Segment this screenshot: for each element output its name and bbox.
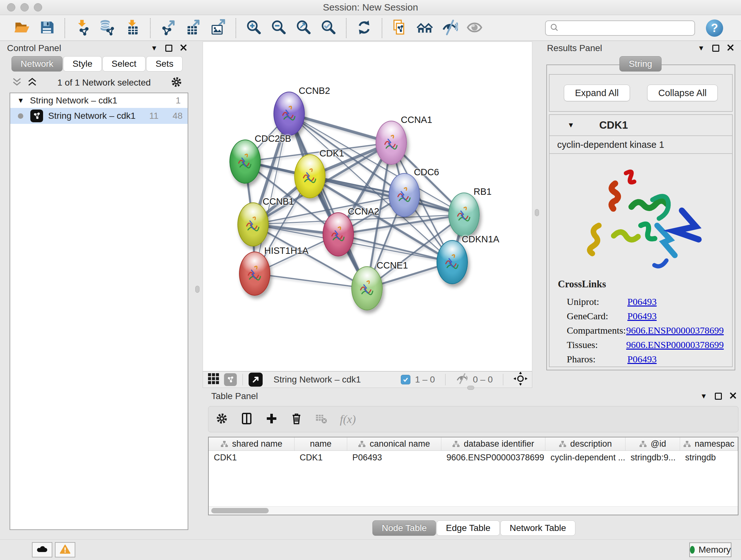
- network-collection-row[interactable]: ▼ String Network – cdk1 1: [10, 93, 188, 108]
- cell-namespace[interactable]: stringdb: [680, 451, 738, 464]
- tab-style[interactable]: Style: [63, 56, 102, 71]
- collapse-all-networks-button[interactable]: [11, 77, 22, 88]
- expand-all-networks-button[interactable]: [27, 77, 38, 88]
- network-node-CCNA2[interactable]: [323, 212, 354, 256]
- column-header[interactable]: shared name: [209, 437, 294, 450]
- cell-database-identifier[interactable]: 9606.ENSP00000378699: [441, 451, 545, 464]
- network-node-CDK1[interactable]: [294, 154, 326, 198]
- selected-nodes-checkbox[interactable]: [401, 375, 410, 384]
- tab-select[interactable]: Select: [103, 56, 146, 71]
- column-header[interactable]: name: [294, 437, 347, 450]
- bottom-splitter-handle[interactable]: [467, 386, 474, 390]
- tab-node-table[interactable]: Node Table: [373, 520, 436, 536]
- string-home-button[interactable]: [415, 19, 434, 37]
- toolbar-search[interactable]: [545, 20, 695, 36]
- export-network-button[interactable]: [159, 19, 178, 37]
- network-node-RB1[interactable]: [448, 192, 480, 237]
- cell-name[interactable]: CDK1: [294, 451, 347, 464]
- cell-canonical-name[interactable]: P06493: [347, 451, 441, 464]
- column-header[interactable]: canonical name: [347, 437, 441, 450]
- import-network-database-button[interactable]: [98, 19, 117, 37]
- network-node-CCNE1[interactable]: [351, 266, 383, 310]
- column-header[interactable]: description: [545, 437, 625, 450]
- cell-id[interactable]: stringdb:9...: [625, 451, 680, 464]
- import-network-file-button[interactable]: [73, 19, 92, 37]
- gene-expander-icon[interactable]: ▼: [567, 122, 575, 129]
- zoom-fit-button[interactable]: [294, 19, 313, 37]
- zoom-in-button[interactable]: [245, 19, 263, 37]
- show-glass-effect-button[interactable]: [465, 19, 484, 37]
- tab-network-table[interactable]: Network Table: [500, 520, 576, 536]
- open-session-button[interactable]: [13, 19, 31, 37]
- collapse-all-button[interactable]: Collapse All: [647, 84, 718, 101]
- close-panel-button[interactable]: [180, 44, 187, 52]
- import-table-file-button[interactable]: [123, 19, 142, 37]
- string-protein-query-button[interactable]: [391, 19, 409, 37]
- detach-view-icon[interactable]: [224, 373, 237, 386]
- save-session-button[interactable]: [38, 19, 56, 37]
- tab-network[interactable]: Network: [11, 56, 63, 71]
- cell-description[interactable]: cyclin-dependent ...: [545, 451, 625, 464]
- network-row-selected[interactable]: String Network – cdk1 11 48: [10, 108, 188, 124]
- scrollbar-thumb[interactable]: [211, 508, 269, 513]
- network-edge[interactable]: [289, 114, 367, 288]
- network-edge[interactable]: [255, 273, 367, 288]
- warnings-button[interactable]: [55, 542, 75, 557]
- float-panel-button[interactable]: ▼: [700, 393, 707, 400]
- maximize-panel-button[interactable]: [715, 393, 722, 400]
- zoom-out-button[interactable]: [269, 19, 288, 37]
- column-header[interactable]: @id: [625, 437, 680, 450]
- genecard-link[interactable]: P06493: [627, 311, 657, 321]
- float-panel-button[interactable]: ▼: [697, 45, 704, 52]
- tab-sets[interactable]: Sets: [146, 56, 183, 71]
- table-row[interactable]: CDK1 CDK1 P06493 9606.ENSP00000378699 cy…: [209, 451, 738, 464]
- pharos-link[interactable]: P06493: [627, 354, 657, 365]
- column-header[interactable]: database identifier: [441, 437, 545, 450]
- delete-column-trash-icon[interactable]: [290, 412, 303, 426]
- maximize-panel-button[interactable]: [165, 45, 172, 52]
- hidden-items-icon[interactable]: [456, 373, 468, 386]
- help-button[interactable]: ?: [706, 19, 723, 37]
- memory-button[interactable]: Memory: [689, 543, 731, 557]
- show-columns-icon[interactable]: [240, 412, 253, 426]
- tab-string-results[interactable]: String: [619, 56, 661, 71]
- network-node-HIST1H1A[interactable]: [239, 252, 270, 296]
- network-options-gear-icon[interactable]: [171, 76, 183, 89]
- collection-expander-icon[interactable]: ▼: [17, 97, 24, 104]
- tab-edge-table[interactable]: Edge Table: [436, 520, 500, 536]
- column-header[interactable]: namespac: [680, 437, 738, 450]
- network-canvas[interactable]: CCNB2CCNA1CDC25BCDK1CDC6RB1CCNB1CCNA2CDK…: [203, 42, 532, 371]
- hide-glass-effect-button[interactable]: [441, 19, 459, 37]
- network-node-CCNB2[interactable]: [273, 91, 305, 136]
- network-node-CDC25B[interactable]: [229, 139, 261, 184]
- tissues-link[interactable]: 9606.ENSP00000378699: [626, 339, 724, 350]
- right-splitter-handle[interactable]: [535, 209, 539, 216]
- fit-content-crosshair-icon[interactable]: [514, 372, 528, 388]
- table-options-gear-icon[interactable]: [215, 412, 228, 426]
- export-table-button[interactable]: [184, 19, 202, 37]
- close-panel-button[interactable]: [727, 44, 734, 52]
- horizontal-scrollbar[interactable]: [209, 506, 738, 515]
- network-node-CDC6[interactable]: [389, 173, 420, 217]
- cloud-status-button[interactable]: [32, 542, 52, 557]
- cell-shared-name[interactable]: CDK1: [209, 451, 294, 464]
- close-panel-button[interactable]: [730, 392, 737, 400]
- expand-all-button[interactable]: Expand All: [564, 84, 630, 101]
- toolbar-separator: [235, 18, 236, 38]
- apply-layout-button[interactable]: [355, 19, 374, 37]
- create-column-icon[interactable]: [265, 412, 278, 426]
- show-grid-icon[interactable]: [207, 373, 219, 387]
- maximize-panel-button[interactable]: [712, 45, 719, 52]
- left-splitter-handle[interactable]: [195, 286, 199, 293]
- export-image-button[interactable]: [209, 19, 227, 37]
- uniprot-link[interactable]: P06493: [627, 296, 657, 307]
- network-node-CCNA1[interactable]: [376, 121, 407, 165]
- search-input[interactable]: [559, 23, 687, 33]
- network-node-CDKN1A[interactable]: [436, 240, 468, 284]
- network-node-CCNB1[interactable]: [238, 202, 269, 246]
- float-panel-button[interactable]: ▼: [151, 45, 158, 52]
- compartments-link[interactable]: 9606.ENSP00000378699: [626, 325, 724, 336]
- zoom-selected-button[interactable]: [319, 19, 338, 37]
- birds-eye-view-button[interactable]: [249, 373, 263, 387]
- houses-icon: [416, 19, 433, 37]
